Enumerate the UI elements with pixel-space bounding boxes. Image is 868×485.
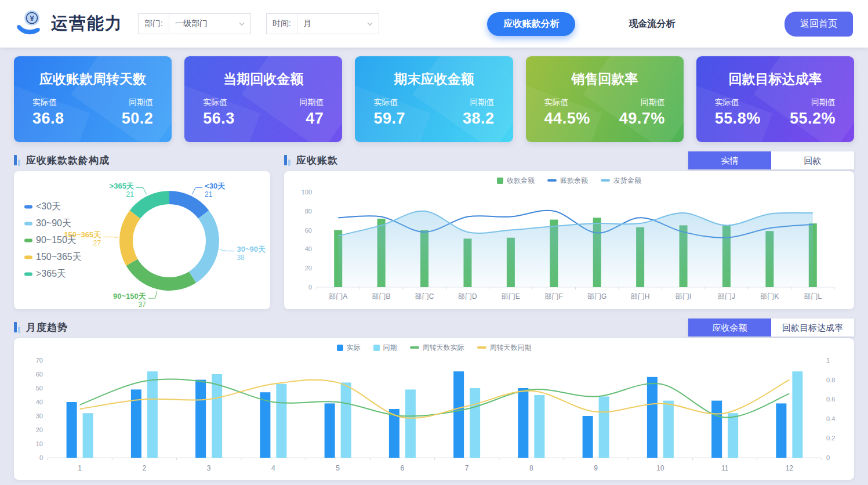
svg-text:<30天: <30天 — [205, 182, 226, 190]
svg-text:10: 10 — [36, 440, 43, 447]
legend-label: <30天 — [36, 201, 61, 213]
legend-swatch-icon — [477, 346, 486, 349]
svg-text:0: 0 — [308, 284, 312, 291]
svg-text:部门B: 部门B — [372, 292, 391, 301]
kpi-actual-value: 36.8 — [32, 110, 64, 128]
kpi-row: 应收账款周转天数 实际值36.8 同期值50.2 当期回收金额 实际值56.3 … — [14, 56, 854, 142]
hand-coin-logo-icon: ¥ — [15, 9, 45, 39]
receivable-section-title: 应收账款 — [296, 154, 338, 167]
svg-text:0.2: 0.2 — [826, 435, 835, 441]
legend-swatch-icon — [497, 178, 503, 184]
app-header: ¥ 运营能力 部门: 一级部门 时间: 月 应收账款分析 现金流分析 返回首页 — [0, 0, 868, 48]
svg-text:10: 10 — [656, 464, 664, 472]
legend-item[interactable]: 收款金额 — [497, 176, 535, 186]
svg-text:0.8: 0.8 — [826, 377, 835, 383]
legend-label: 实际 — [347, 343, 361, 353]
svg-text:7: 7 — [465, 464, 469, 472]
trend-chart-legend: 实际同期周转天数实际周转天数同期 — [14, 342, 854, 353]
legend-swatch-icon — [601, 179, 610, 182]
legend-item[interactable]: <30天 — [24, 201, 82, 213]
kpi-prev-label: 同期值 — [129, 97, 153, 108]
legend-label: 周转天数实际 — [423, 343, 464, 353]
department-filter[interactable]: 部门: 一级部门 — [138, 13, 251, 34]
kpi-actual-value: 56.3 — [203, 110, 235, 128]
svg-text:80: 80 — [305, 208, 312, 215]
tab-actual-status[interactable]: 实情 — [688, 151, 771, 169]
svg-text:部门J: 部门J — [717, 292, 735, 301]
legend-item[interactable]: 实际 — [337, 343, 361, 353]
svg-text:60: 60 — [36, 371, 43, 378]
svg-text:37: 37 — [138, 301, 146, 309]
svg-text:20: 20 — [36, 426, 43, 433]
kpi-prev-value: 47 — [306, 110, 324, 128]
legend-label: 150~365天 — [36, 251, 82, 263]
trend-chart-card: 实际同期周转天数实际周转天数同期 01020304050607000.20.40… — [14, 338, 854, 480]
legend-item[interactable]: >365天 — [24, 268, 82, 280]
svg-text:30: 30 — [36, 412, 43, 419]
legend-swatch-icon — [24, 205, 32, 208]
kpi-prev-label: 同期值 — [299, 97, 324, 108]
aging-donut-card: <30天30~90天90~150天150~365天>365天 <30天2130~… — [14, 171, 270, 309]
legend-item[interactable]: 发货金额 — [601, 176, 641, 186]
legend-item[interactable]: 90~150天 — [24, 234, 82, 247]
time-filter[interactable]: 时间: 月 — [266, 13, 379, 34]
svg-text:3: 3 — [207, 464, 211, 472]
page-title: 运营能力 — [51, 12, 123, 35]
svg-text:27: 27 — [93, 239, 101, 247]
tab-receivables-analysis[interactable]: 应收账款分析 — [487, 12, 575, 36]
legend-item[interactable]: 账款余额 — [547, 176, 588, 186]
kpi-actual-label: 实际值 — [32, 97, 64, 108]
kpi-actual-value: 44.5% — [544, 110, 590, 128]
time-filter-value[interactable]: 月 — [297, 19, 366, 29]
kpi-actual-value: 55.8% — [715, 110, 761, 128]
aging-section-title: 应收账款款龄构成 — [26, 154, 110, 167]
svg-text:部门A: 部门A — [328, 292, 347, 301]
svg-text:40: 40 — [36, 399, 43, 406]
kpi-prev-label: 同期值 — [811, 97, 836, 108]
receivable-chart-card: 收款金额账款余额发货金额 020406080100部门A部门B部门C部门D部门E… — [284, 171, 854, 309]
kpi-prev-value: 38.2 — [463, 110, 495, 128]
aging-section-header: 应收账款款龄构成 — [14, 150, 270, 170]
svg-text:部门F: 部门F — [544, 292, 563, 301]
legend-item[interactable]: 150~365天 — [24, 251, 82, 263]
legend-item[interactable]: 30~90天 — [24, 218, 82, 230]
svg-text:8: 8 — [529, 464, 533, 472]
tab-repayment[interactable]: 回款 — [771, 151, 854, 169]
trend-tabs: 应收余额 回款目标达成率 — [688, 318, 854, 336]
receivable-combo-chart: 020406080100部门A部门B部门C部门D部门E部门F部门G部门H部门I部… — [292, 186, 846, 302]
kpi-actual-label: 实际值 — [715, 97, 761, 108]
svg-text:60: 60 — [305, 227, 312, 234]
svg-text:21: 21 — [126, 190, 135, 198]
legend-label: 收款金额 — [507, 176, 535, 186]
department-filter-value[interactable]: 一级部门 — [169, 19, 238, 29]
legend-item[interactable]: 周转天数同期 — [477, 343, 532, 353]
legend-swatch-icon — [410, 346, 419, 349]
tab-receivable-balance[interactable]: 应收余额 — [688, 318, 771, 336]
svg-text:30~90天: 30~90天 — [237, 245, 266, 254]
legend-swatch-icon — [24, 272, 32, 276]
receivable-tabs: 实情 回款 — [688, 151, 854, 169]
svg-text:70: 70 — [36, 357, 43, 364]
kpi-card-turnover-days: 应收账款周转天数 实际值36.8 同期值50.2 — [14, 56, 172, 142]
tab-target-achievement-rate[interactable]: 回款目标达成率 — [771, 318, 854, 336]
svg-text:部门C: 部门C — [415, 292, 434, 301]
svg-text:0.6: 0.6 — [826, 396, 835, 403]
back-home-button[interactable]: 返回首页 — [785, 12, 853, 37]
legend-swatch-icon — [24, 255, 32, 259]
svg-text:部门E: 部门E — [501, 292, 520, 301]
svg-text:部门K: 部门K — [760, 292, 779, 301]
kpi-prev-value: 50.2 — [122, 110, 154, 128]
svg-text:¥: ¥ — [30, 14, 34, 23]
legend-item[interactable]: 同期 — [373, 343, 397, 353]
kpi-card-current-collection: 当期回收金额 实际值56.3 同期值47 — [184, 56, 342, 142]
svg-text:90~150天: 90~150天 — [113, 292, 147, 301]
legend-item[interactable]: 周转天数实际 — [410, 343, 464, 353]
svg-text:0: 0 — [39, 454, 43, 461]
legend-swatch-icon — [337, 345, 343, 351]
legend-swatch-icon — [24, 238, 32, 242]
tab-cashflow-analysis[interactable]: 现金流分析 — [612, 12, 691, 36]
time-filter-label: 时间: — [267, 14, 297, 34]
svg-text:9: 9 — [594, 464, 598, 472]
kpi-prev-label: 同期值 — [641, 97, 665, 108]
svg-text:11: 11 — [721, 464, 729, 472]
